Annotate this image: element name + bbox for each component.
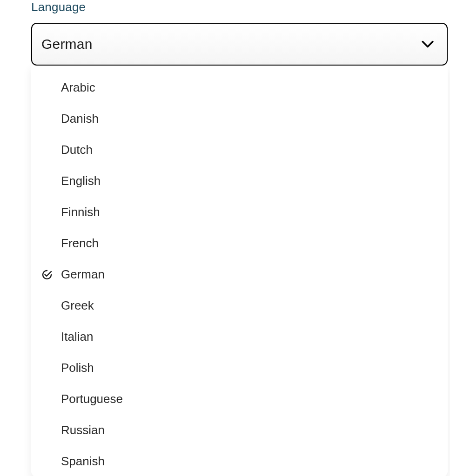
language-option-label: Portuguese [61,392,448,406]
check-circle-icon [41,269,61,280]
language-option-spanish[interactable]: Spanish [31,446,448,476]
language-option-label: Spanish [61,454,448,469]
language-option-label: English [61,174,448,188]
language-option-label: Finnish [61,205,448,219]
chevron-down-icon [422,38,434,50]
language-option-dutch[interactable]: Dutch [31,134,448,165]
language-option-label: Russian [61,423,448,437]
language-option-polish[interactable]: Polish [31,352,448,383]
language-option-label: German [61,267,448,282]
language-option-english[interactable]: English [31,165,448,197]
language-option-german[interactable]: German [31,259,448,290]
language-option-label: Dutch [61,143,448,157]
language-select-button[interactable]: German [31,23,448,66]
language-option-finnish[interactable]: Finnish [31,197,448,228]
language-option-label: Greek [61,298,448,313]
language-option-portuguese[interactable]: Portuguese [31,383,448,415]
language-select-value: German [41,36,422,52]
language-option-label: Danish [61,112,448,126]
language-option-italian[interactable]: Italian [31,321,448,352]
language-select: German Arabic Danish Dutch [31,23,448,66]
language-option-label: French [61,236,448,251]
language-option-greek[interactable]: Greek [31,290,448,321]
language-option-russian[interactable]: Russian [31,415,448,446]
language-option-arabic[interactable]: Arabic [31,72,448,103]
language-option-label: Polish [61,361,448,375]
language-option-danish[interactable]: Danish [31,103,448,134]
language-option-french[interactable]: French [31,228,448,259]
language-option-label: Arabic [61,80,448,95]
language-option-label: Italian [61,330,448,344]
language-label: Language [31,0,450,14]
language-dropdown: Arabic Danish Dutch English Finnish Fren [31,66,448,476]
